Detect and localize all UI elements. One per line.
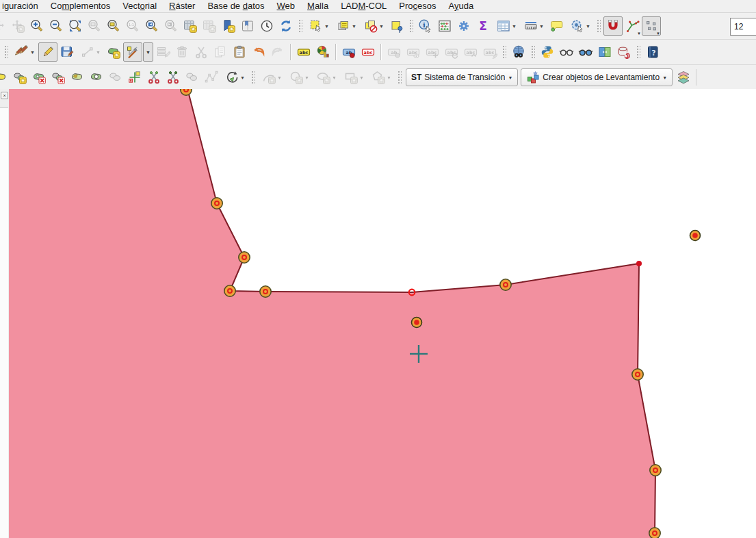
menu-ladm-col[interactable]: LADM-COL xyxy=(335,0,393,12)
save-layer-edits-button[interactable] xyxy=(57,42,77,62)
zoom-out-button[interactable] xyxy=(47,16,66,36)
vertex-marker[interactable] xyxy=(211,198,222,209)
snap-tolerance-input[interactable] xyxy=(730,18,756,36)
toggle-editing-button[interactable] xyxy=(38,42,57,62)
svg-text:i: i xyxy=(423,21,426,29)
menu-iguraci-n[interactable]: iguración xyxy=(1,0,44,12)
change-label-button: abc xyxy=(461,42,480,62)
split-features-button[interactable] xyxy=(144,68,164,87)
sistema-transicion-button[interactable]: STSistema de Transición▼ xyxy=(406,68,518,86)
delete-selected-button xyxy=(172,42,192,62)
locator-search-button[interactable]: ▼ xyxy=(566,16,594,36)
temporal-controller-button[interactable] xyxy=(257,16,276,36)
select-by-value-button[interactable]: ▼ xyxy=(333,16,360,36)
vertex-marker[interactable] xyxy=(224,285,235,296)
fill-ring-button[interactable] xyxy=(68,68,87,87)
chevron-down-icon: ▼ xyxy=(352,24,356,29)
map-tips-button[interactable] xyxy=(547,16,566,36)
layer-diagram-button[interactable] xyxy=(313,42,333,62)
toolbar-separator xyxy=(335,44,337,60)
new-map-view-button[interactable] xyxy=(181,16,200,36)
trim-extend-button[interactable] xyxy=(125,68,144,87)
toolbar-separator xyxy=(380,44,382,60)
pin-labels-button[interactable]: ab xyxy=(339,42,359,62)
zoom-in-button[interactable] xyxy=(27,16,47,36)
delete-part-button[interactable] xyxy=(49,68,68,87)
crear-objetos-levantamiento-label: Crear objetos de Levantamiento xyxy=(543,73,660,82)
layer-labeling-button[interactable]: abc xyxy=(294,42,313,62)
chevron-down-icon: ▼ xyxy=(656,31,660,36)
vertex-marker[interactable] xyxy=(181,89,192,95)
add-ring-button[interactable] xyxy=(87,68,106,87)
glasses-b-icon xyxy=(578,44,593,60)
abc-r-icon: abc xyxy=(361,44,376,60)
menu-vectorial[interactable]: Vectorial xyxy=(116,0,163,12)
shp-rect-icon xyxy=(343,70,359,85)
menu-r-ster[interactable]: Ráster xyxy=(163,0,201,12)
new-spatial-bookmark-button[interactable] xyxy=(219,16,238,36)
vertex-marker[interactable] xyxy=(239,252,250,263)
corner-vertex-dot[interactable] xyxy=(636,261,642,266)
search-plugin-blue-button[interactable] xyxy=(576,42,595,62)
copy-move-feature-button[interactable] xyxy=(10,68,29,87)
toolbar-grip xyxy=(397,70,402,85)
vertex-marker[interactable] xyxy=(650,465,661,476)
topological-editing-button[interactable]: ▼ xyxy=(642,16,661,36)
toolbar-grip xyxy=(408,18,413,34)
split-parts-button[interactable] xyxy=(164,68,183,87)
help-button[interactable]: ? xyxy=(643,42,662,62)
refresh-map-button[interactable] xyxy=(276,16,296,36)
vertex-marker[interactable] xyxy=(500,279,511,290)
metasearch-button[interactable] xyxy=(509,42,528,62)
delete-ring-button[interactable] xyxy=(29,68,49,87)
statistical-summary-button[interactable] xyxy=(435,16,454,36)
processing-toolbox-button[interactable] xyxy=(454,16,473,36)
menu-malla[interactable]: Malla xyxy=(301,0,335,12)
rotatef-icon xyxy=(224,70,239,85)
database-plugin-button[interactable] xyxy=(614,42,634,62)
menu-ayuda[interactable]: Ayuda xyxy=(443,0,480,12)
search-plugin-button[interactable] xyxy=(557,42,576,62)
zoom-last-button[interactable] xyxy=(142,16,161,36)
show-statistics-button[interactable]: Σ xyxy=(473,16,493,36)
tracing-toggle-button[interactable]: ▼ xyxy=(623,16,642,36)
snapping-toggle-button[interactable] xyxy=(603,16,623,36)
toolbar-navigation: 1:1▼▼▼iΣ▼▼▼▼▼ xyxy=(0,13,756,40)
show-spatial-bookmarks-button[interactable] xyxy=(238,16,257,36)
map-canvas[interactable] xyxy=(9,89,756,538)
measure-button[interactable]: ▼ xyxy=(520,16,547,36)
deselect-features-button[interactable]: ▼ xyxy=(360,16,387,36)
point-feature[interactable] xyxy=(412,318,422,328)
vertex-tool-button[interactable] xyxy=(123,42,142,62)
vertex-tool-dropdown[interactable]: ▼ xyxy=(143,42,153,62)
menu-procesos[interactable]: Procesos xyxy=(393,0,442,12)
current-edits-button[interactable]: ▼ xyxy=(11,42,38,62)
python-console-button[interactable] xyxy=(538,42,557,62)
select-by-location-button[interactable] xyxy=(387,16,406,36)
menu-base-de-datos[interactable]: Base de datos xyxy=(201,0,270,12)
point-feature[interactable] xyxy=(690,231,701,241)
add-polygon-feature-button[interactable] xyxy=(104,42,123,62)
paste-features-button[interactable] xyxy=(230,42,249,62)
layer-stack-button[interactable] xyxy=(674,68,693,87)
identify-features-button[interactable]: i xyxy=(416,16,435,36)
vertex-marker[interactable] xyxy=(649,528,660,538)
panel-close-button[interactable]: × xyxy=(1,92,8,99)
zoom-in-icon xyxy=(29,18,44,34)
blob-fill-icon xyxy=(70,70,85,85)
move-feature-button[interactable] xyxy=(0,68,10,87)
zoom-full-button[interactable] xyxy=(66,16,85,36)
svg-text:abc: abc xyxy=(364,50,373,55)
map-swipe-button[interactable] xyxy=(595,42,614,62)
rotate-feature-button[interactable]: ▼ xyxy=(221,68,248,87)
crear-objetos-levantamiento-button[interactable]: Crear objetos de Levantamiento▼ xyxy=(521,68,673,86)
highlight-pinned-labels-button[interactable]: abc xyxy=(359,42,378,62)
vertex-marker[interactable] xyxy=(260,286,271,297)
open-attribute-table-button[interactable]: ▼ xyxy=(493,16,520,36)
zoom-to-layer-button[interactable] xyxy=(104,16,123,36)
undo-button[interactable] xyxy=(249,42,268,62)
menu-web[interactable]: Web xyxy=(271,0,302,12)
menu-complementos[interactable]: Complementos xyxy=(44,0,116,12)
select-features-button[interactable]: ▼ xyxy=(305,16,333,36)
vertex-marker[interactable] xyxy=(632,369,643,380)
